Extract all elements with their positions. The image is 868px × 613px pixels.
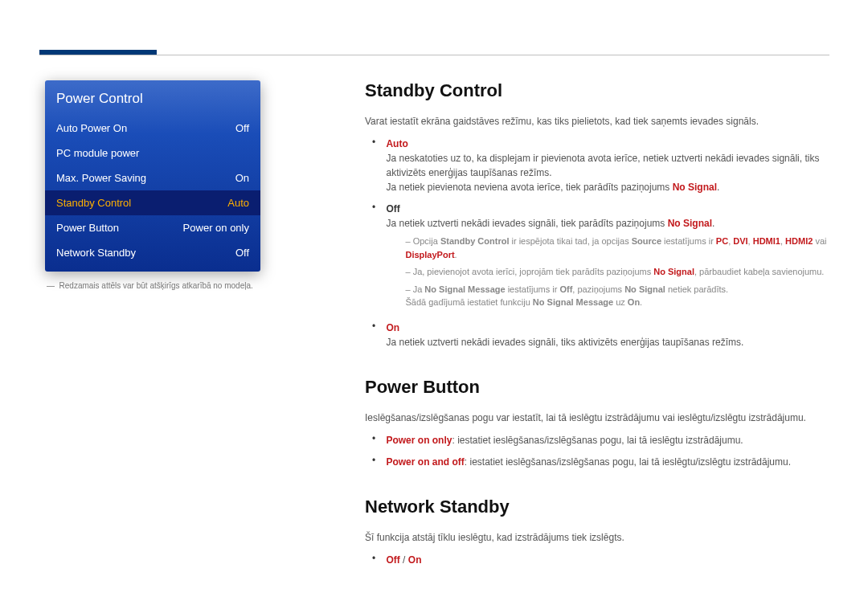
heading-power-button: Power Button xyxy=(365,377,829,398)
list-item: • Power on and off: iestatiet ieslēgšana… xyxy=(365,455,829,469)
osd-row-value: Off xyxy=(235,122,249,134)
option-off: Off xyxy=(386,203,399,215)
osd-row-label: PC module power xyxy=(56,147,139,159)
osd-row-pc-module-power[interactable]: PC module power xyxy=(45,141,260,166)
standby-list: • Auto Ja neskatoties uz to, ka displeja… xyxy=(365,137,829,349)
osd-row-auto-power-on[interactable]: Auto Power On Off xyxy=(45,116,260,141)
heading-network-standby: Network Standby xyxy=(365,497,829,517)
sub-item: Ja, pievienojot avota ierīci, joprojām t… xyxy=(405,265,828,279)
list-item: • Off / On xyxy=(365,553,829,567)
osd-row-value: Auto xyxy=(227,197,249,209)
osd-row-label: Network Standby xyxy=(56,247,136,259)
standby-lead: Varat iestatīt ekrāna gaidstāves režīmu,… xyxy=(365,114,829,129)
osd-row-power-button[interactable]: Power Button Power on only xyxy=(45,215,260,240)
osd-row-label: Power Button xyxy=(56,222,119,234)
osd-row-label: Auto Power On xyxy=(56,122,127,134)
sub-item: Opcija Standby Control ir iespējota tika… xyxy=(405,235,828,261)
network-standby-lead: Šī funkcija atstāj tīklu ieslēgtu, kad i… xyxy=(365,530,829,545)
list-item: • Off Ja netiek uztverti nekādi ievades … xyxy=(365,202,829,313)
header-rule xyxy=(39,55,829,55)
option-auto: Auto xyxy=(386,138,407,149)
osd-menu-panel: Power Control Auto Power On Off PC modul… xyxy=(45,80,260,272)
osd-row-label: Standby Control xyxy=(56,197,131,209)
sub-item: Ja No Signal Message iestatījums ir Off,… xyxy=(405,283,828,309)
osd-row-value: Off xyxy=(235,247,249,259)
osd-menu-title: Power Control xyxy=(45,80,260,116)
page-body: Power Control Auto Power On Off PC modul… xyxy=(45,80,829,574)
heading-standby-control: Standby Control xyxy=(365,80,829,101)
list-item: • Power on only: iestatiet ieslēgšanas/i… xyxy=(365,433,829,447)
power-button-lead: Ieslēgšanas/izslēgšanas pogu var iestatī… xyxy=(365,411,829,425)
option-on: On xyxy=(386,322,399,333)
network-standby-list: • Off / On xyxy=(365,553,829,567)
osd-row-standby-control[interactable]: Standby Control Auto xyxy=(45,190,260,215)
osd-row-max-power-saving[interactable]: Max. Power Saving On xyxy=(45,166,260,190)
list-item: • Auto Ja neskatoties uz to, ka displeja… xyxy=(365,137,829,194)
osd-row-label: Max. Power Saving xyxy=(56,172,146,184)
list-item: • On Ja netiek uztverti nekādi ievades s… xyxy=(365,321,829,349)
power-button-list: • Power on only: iestatiet ieslēgšanas/i… xyxy=(365,433,829,469)
image-disclaimer: ― Redzamais attēls var būt atšķirīgs atk… xyxy=(47,281,309,290)
osd-row-value: Power on only xyxy=(183,222,249,234)
left-column: Power Control Auto Power On Off PC modul… xyxy=(45,80,309,574)
right-column: Standby Control Varat iestatīt ekrāna ga… xyxy=(365,80,829,574)
osd-row-network-standby[interactable]: Network Standby Off xyxy=(45,240,260,265)
osd-row-value: On xyxy=(235,172,249,184)
